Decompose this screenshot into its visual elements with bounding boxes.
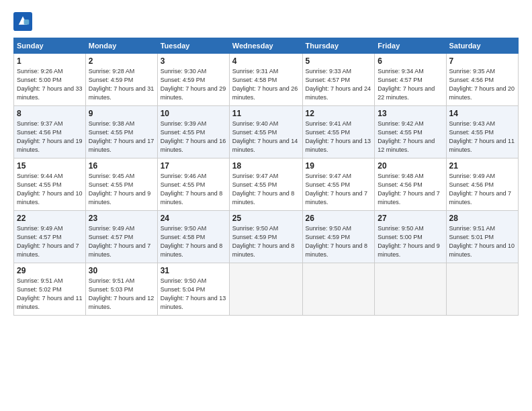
day-cell: 4Sunrise: 9:31 AMSunset: 4:58 PMDaylight… [229,54,302,106]
day-number: 1 [17,56,83,66]
day-number: 13 [378,109,443,118]
day-cell: 11Sunrise: 9:40 AMSunset: 4:55 PMDayligh… [229,106,302,158]
day-info: Sunrise: 9:35 AMSunset: 4:56 PMDaylight:… [449,68,515,101]
day-cell: 29Sunrise: 9:51 AMSunset: 5:02 PMDayligh… [14,263,86,316]
day-number: 8 [17,109,83,118]
day-info: Sunrise: 9:38 AMSunset: 4:55 PMDaylight:… [89,120,154,153]
day-number: 11 [232,109,300,118]
day-cell: 30Sunrise: 9:51 AMSunset: 5:03 PMDayligh… [85,263,157,316]
day-cell: 28Sunrise: 9:51 AMSunset: 5:01 PMDayligh… [446,211,518,263]
week-row-3: 15Sunrise: 9:44 AMSunset: 4:55 PMDayligh… [14,158,519,211]
day-cell: 15Sunrise: 9:44 AMSunset: 4:55 PMDayligh… [14,158,86,211]
day-info: Sunrise: 9:31 AMSunset: 4:58 PMDaylight:… [232,68,298,101]
day-info: Sunrise: 9:28 AMSunset: 4:59 PMDaylight:… [89,68,154,101]
day-cell: 24Sunrise: 9:50 AMSunset: 4:58 PMDayligh… [157,211,229,263]
day-info: Sunrise: 9:45 AMSunset: 4:55 PMDaylight:… [89,173,151,205]
day-number: 24 [161,214,226,223]
day-info: Sunrise: 9:42 AMSunset: 4:55 PMDaylight:… [378,120,435,153]
day-info: Sunrise: 9:41 AMSunset: 4:55 PMDaylight:… [306,120,371,153]
week-row-1: 1Sunrise: 9:26 AMSunset: 5:00 PMDaylight… [14,54,519,106]
day-cell: 13Sunrise: 9:42 AMSunset: 4:55 PMDayligh… [375,106,446,158]
svg-rect-2 [24,19,30,25]
day-number: 16 [89,161,154,171]
day-info: Sunrise: 9:47 AMSunset: 4:55 PMDaylight:… [232,173,295,205]
day-number: 22 [17,214,83,223]
day-info: Sunrise: 9:49 AMSunset: 4:56 PMDaylight:… [449,173,512,205]
col-header-tuesday: Tuesday [157,38,229,54]
day-number: 27 [378,214,443,223]
day-number: 6 [378,56,443,66]
day-cell: 9Sunrise: 9:38 AMSunset: 4:55 PMDaylight… [85,106,157,158]
day-info: Sunrise: 9:50 AMSunset: 4:59 PMDaylight:… [306,225,368,258]
col-header-thursday: Thursday [302,38,375,54]
day-info: Sunrise: 9:39 AMSunset: 4:55 PMDaylight:… [161,120,226,153]
day-number: 19 [306,161,372,171]
day-info: Sunrise: 9:50 AMSunset: 5:00 PMDaylight:… [378,225,440,258]
day-info: Sunrise: 9:51 AMSunset: 5:03 PMDaylight:… [89,277,154,310]
day-number: 4 [232,56,300,66]
day-cell: 25Sunrise: 9:50 AMSunset: 4:59 PMDayligh… [229,211,302,263]
day-number: 30 [89,266,154,275]
day-info: Sunrise: 9:33 AMSunset: 4:57 PMDaylight:… [306,68,371,101]
day-number: 15 [17,161,83,171]
day-info: Sunrise: 9:50 AMSunset: 5:04 PMDaylight:… [161,277,226,310]
day-cell: 23Sunrise: 9:49 AMSunset: 4:57 PMDayligh… [85,211,157,263]
day-number: 26 [306,214,372,223]
page: SundayMondayTuesdayWednesdayThursdayFrid… [0,0,532,411]
day-number: 23 [89,214,154,223]
day-info: Sunrise: 9:37 AMSunset: 4:56 PMDaylight:… [17,120,83,153]
day-number: 7 [449,56,515,66]
day-info: Sunrise: 9:48 AMSunset: 4:56 PMDaylight:… [378,173,440,205]
col-header-monday: Monday [85,38,157,54]
day-cell: 10Sunrise: 9:39 AMSunset: 4:55 PMDayligh… [157,106,229,158]
day-info: Sunrise: 9:46 AMSunset: 4:55 PMDaylight:… [161,173,223,205]
day-number: 25 [232,214,300,223]
day-info: Sunrise: 9:26 AMSunset: 5:00 PMDaylight:… [17,68,83,101]
day-cell: 27Sunrise: 9:50 AMSunset: 5:00 PMDayligh… [375,211,446,263]
day-cell: 3Sunrise: 9:30 AMSunset: 4:59 PMDaylight… [157,54,229,106]
day-cell [446,263,518,316]
logo [13,12,35,31]
week-row-5: 29Sunrise: 9:51 AMSunset: 5:02 PMDayligh… [14,263,519,316]
day-number: 29 [17,266,83,275]
day-cell: 31Sunrise: 9:50 AMSunset: 5:04 PMDayligh… [157,263,229,316]
day-cell: 2Sunrise: 9:28 AMSunset: 4:59 PMDaylight… [85,54,157,106]
day-cell: 17Sunrise: 9:46 AMSunset: 4:55 PMDayligh… [157,158,229,211]
day-cell: 12Sunrise: 9:41 AMSunset: 4:55 PMDayligh… [302,106,375,158]
day-cell: 18Sunrise: 9:47 AMSunset: 4:55 PMDayligh… [229,158,302,211]
day-cell: 19Sunrise: 9:47 AMSunset: 4:55 PMDayligh… [302,158,375,211]
day-cell: 22Sunrise: 9:49 AMSunset: 4:57 PMDayligh… [14,211,86,263]
day-number: 28 [449,214,515,223]
day-number: 18 [232,161,300,171]
header [13,12,519,31]
day-number: 12 [306,109,372,118]
day-cell: 1Sunrise: 9:26 AMSunset: 5:00 PMDaylight… [14,54,86,106]
calendar-table: SundayMondayTuesdayWednesdayThursdayFrid… [13,38,519,316]
col-header-friday: Friday [375,38,446,54]
header-row: SundayMondayTuesdayWednesdayThursdayFrid… [14,38,519,54]
day-number: 5 [306,56,372,66]
week-row-2: 8Sunrise: 9:37 AMSunset: 4:56 PMDaylight… [14,106,519,158]
day-cell [229,263,302,316]
day-info: Sunrise: 9:34 AMSunset: 4:57 PMDaylight:… [378,68,435,101]
day-info: Sunrise: 9:43 AMSunset: 4:55 PMDaylight:… [449,120,515,153]
day-number: 2 [89,56,154,66]
day-info: Sunrise: 9:49 AMSunset: 4:57 PMDaylight:… [17,225,79,258]
day-info: Sunrise: 9:30 AMSunset: 4:59 PMDaylight:… [161,68,226,101]
day-number: 21 [449,161,515,171]
day-info: Sunrise: 9:47 AMSunset: 4:55 PMDaylight:… [306,173,368,205]
col-header-sunday: Sunday [14,38,86,54]
day-cell: 21Sunrise: 9:49 AMSunset: 4:56 PMDayligh… [446,158,518,211]
day-cell [302,263,375,316]
week-row-4: 22Sunrise: 9:49 AMSunset: 4:57 PMDayligh… [14,211,519,263]
day-number: 14 [449,109,515,118]
day-cell: 5Sunrise: 9:33 AMSunset: 4:57 PMDaylight… [302,54,375,106]
day-number: 3 [161,56,226,66]
day-info: Sunrise: 9:50 AMSunset: 4:58 PMDaylight:… [161,225,223,258]
day-info: Sunrise: 9:50 AMSunset: 4:59 PMDaylight:… [232,225,295,258]
day-cell: 7Sunrise: 9:35 AMSunset: 4:56 PMDaylight… [446,54,518,106]
day-cell: 20Sunrise: 9:48 AMSunset: 4:56 PMDayligh… [375,158,446,211]
day-cell: 14Sunrise: 9:43 AMSunset: 4:55 PMDayligh… [446,106,518,158]
col-header-saturday: Saturday [446,38,518,54]
day-info: Sunrise: 9:44 AMSunset: 4:55 PMDaylight:… [17,173,83,205]
